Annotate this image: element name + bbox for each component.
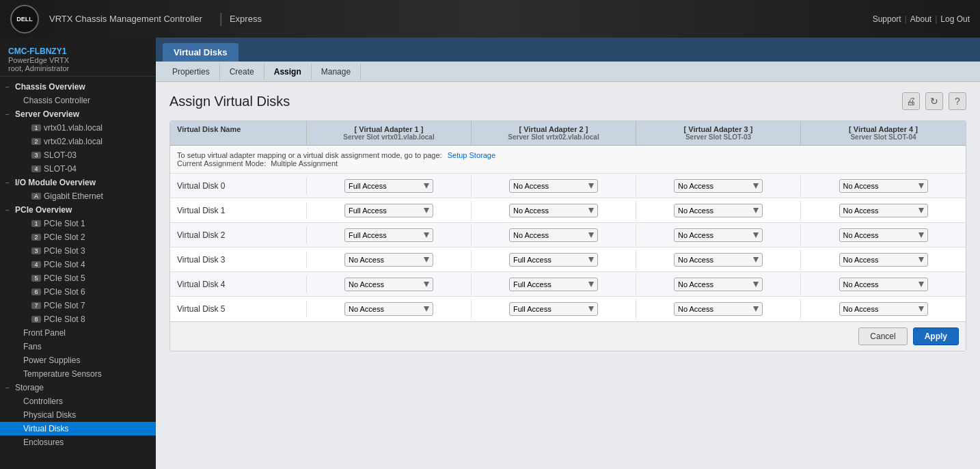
sidebar-item-enclosures[interactable]: Enclosures	[0, 436, 156, 449]
access-select-row1-ad1[interactable]: Full AccessNo AccessRead Only	[509, 204, 598, 217]
adapter-4-cell: Full AccessNo AccessRead Only	[801, 200, 966, 221]
adapter-1-cell: Full AccessNo AccessRead Only	[307, 200, 472, 221]
sidebar-label: Gigabit Ethernet	[44, 191, 103, 201]
access-select-row4-ad0[interactable]: Full AccessNo AccessRead Only	[344, 278, 433, 291]
sidebar-label: Temperature Sensors	[23, 369, 102, 379]
sidebar-item-front-panel[interactable]: Front Panel	[0, 326, 156, 340]
access-select-row1-ad3[interactable]: Full AccessNo AccessRead Only	[839, 204, 928, 217]
sidebar-item-chassis-controller[interactable]: Chassis Controller	[0, 94, 156, 107]
sidebar-item-virtual-disks[interactable]: Virtual Disks	[0, 422, 156, 436]
cancel-button[interactable]: Cancel	[858, 327, 907, 345]
table-row: Virtual Disk 1Full AccessNo AccessRead O…	[170, 198, 966, 223]
access-select-row2-ad2[interactable]: Full AccessNo AccessRead Only	[674, 228, 763, 242]
sidebar-item-controllers[interactable]: Controllers	[0, 394, 156, 408]
refresh-button[interactable]: ↻	[925, 92, 943, 110]
page-header: Assign Virtual Disks 🖨 ↻ ?	[169, 92, 966, 110]
access-select-row5-ad2[interactable]: Full AccessNo AccessRead Only	[674, 302, 763, 316]
access-select-row5-ad0[interactable]: Full AccessNo AccessRead Only	[344, 302, 433, 316]
main-tab[interactable]: Virtual Disks	[163, 43, 239, 62]
access-select-row3-ad2[interactable]: Full AccessNo AccessRead Only	[674, 253, 763, 267]
sidebar-item-server-2[interactable]: 2vrtx02.vlab.local	[0, 135, 156, 148]
sub-tab-properties[interactable]: Properties	[163, 64, 220, 80]
access-select-row0-ad0[interactable]: Full AccessNo AccessRead Only	[344, 179, 433, 193]
access-select-row0-ad3[interactable]: Full AccessNo AccessRead Only	[839, 179, 928, 193]
badge: 4	[31, 165, 41, 172]
badge: 3	[31, 247, 41, 254]
sidebar-item-pcie-slot-8[interactable]: 8PCIe Slot 8	[0, 312, 156, 326]
help-button[interactable]: ?	[949, 92, 966, 110]
table-row: Virtual Disk 0Full AccessNo AccessRead O…	[170, 174, 966, 198]
access-select-row0-ad1[interactable]: Full AccessNo AccessRead Only	[509, 179, 598, 193]
sidebar-item-pcie-slot-3[interactable]: 3PCIe Slot 3	[0, 244, 156, 258]
sidebar-item-pcie-slot-5[interactable]: 5PCIe Slot 5	[0, 271, 156, 285]
sub-tab-manage[interactable]: Manage	[312, 64, 361, 80]
disk-name-cell: Virtual Disk 5	[170, 301, 307, 317]
toggle-icon: −	[5, 83, 12, 91]
sidebar-item-storage[interactable]: −Storage	[0, 381, 156, 394]
table-rows: Virtual Disk 0Full AccessNo AccessRead O…	[170, 174, 966, 321]
sub-tab-assign[interactable]: Assign	[264, 64, 312, 80]
access-select-row4-ad2[interactable]: Full AccessNo AccessRead Only	[674, 278, 763, 291]
sidebar-label: Chassis Controller	[23, 96, 90, 105]
access-select-row5-ad3[interactable]: Full AccessNo AccessRead Only	[839, 302, 928, 316]
sidebar-item-server-4[interactable]: 4SLOT-04	[0, 162, 156, 176]
sidebar-label: PCIe Slot 8	[44, 314, 85, 324]
badge: 1	[31, 124, 41, 131]
access-select-row4-ad1[interactable]: Full AccessNo AccessRead Only	[509, 278, 598, 291]
apply-button[interactable]: Apply	[913, 327, 959, 345]
col-adapter-3: [ Virtual Adapter 3 ] Server Slot SLOT-0…	[636, 121, 801, 145]
access-select-row2-ad0[interactable]: Full AccessNo AccessRead Only	[344, 228, 433, 242]
sub-tab-create[interactable]: Create	[220, 64, 264, 80]
sidebar-item-pcie-slot-1[interactable]: 1PCIe Slot 1	[0, 217, 156, 230]
access-select-row5-ad1[interactable]: Full AccessNo AccessRead Only	[509, 302, 598, 316]
sidebar-item-server-3[interactable]: 3SLOT-03	[0, 148, 156, 162]
adapter-4-cell: Full AccessNo AccessRead Only	[801, 250, 966, 270]
access-select-row0-ad2[interactable]: Full AccessNo AccessRead Only	[674, 179, 763, 193]
access-select-row1-ad2[interactable]: Full AccessNo AccessRead Only	[674, 204, 763, 217]
sidebar-label: PCIe Slot 3	[44, 246, 85, 256]
sidebar-label: Controllers	[23, 397, 63, 406]
sidebar-item-pcie-overview[interactable]: −PCIe Overview	[0, 203, 156, 217]
sidebar-item-pcie-slot-7[interactable]: 7PCIe Slot 7	[0, 299, 156, 312]
print-button[interactable]: 🖨	[902, 92, 920, 110]
access-select-row4-ad3[interactable]: Full AccessNo AccessRead Only	[839, 278, 928, 291]
sidebar-item-server-overview[interactable]: −Server Overview	[0, 107, 156, 121]
sidebar-item-temperature-sensors[interactable]: Temperature Sensors	[0, 367, 156, 381]
header-links: Support | About | Log Out	[873, 14, 970, 24]
sidebar-item-pcie-slot-6[interactable]: 6PCIe Slot 6	[0, 285, 156, 299]
sidebar: CMC-FLBNZY1 PowerEdge VRTX root, Adminis…	[0, 38, 156, 469]
main-layout: CMC-FLBNZY1 PowerEdge VRTX root, Adminis…	[0, 38, 980, 469]
sidebar-item-power-supplies[interactable]: Power Supplies	[0, 353, 156, 367]
sidebar-item-physical-disks[interactable]: Physical Disks	[0, 408, 156, 422]
badge: 2	[31, 234, 41, 241]
sidebar-item-pcie-slot-2[interactable]: 2PCIe Slot 2	[0, 230, 156, 244]
support-link[interactable]: Support	[873, 14, 901, 24]
disk-name: Virtual Disk 0	[177, 181, 225, 191]
sidebar-item-chassis-overview[interactable]: −Chassis Overview	[0, 80, 156, 94]
access-select-row3-ad0[interactable]: Full AccessNo AccessRead Only	[344, 253, 433, 267]
access-select-row3-ad3[interactable]: Full AccessNo AccessRead Only	[839, 253, 928, 267]
sub-tabs: Properties Create Assign Manage	[156, 62, 980, 82]
sidebar-item-server-1[interactable]: 1vrtx01.vlab.local	[0, 121, 156, 135]
adapter-4-cell: Full AccessNo AccessRead Only	[801, 299, 966, 319]
sidebar-items: −Chassis OverviewChassis Controller−Serv…	[0, 80, 156, 449]
adapter-2-cell: Full AccessNo AccessRead Only	[472, 225, 636, 245]
adapter-2-cell: Full AccessNo AccessRead Only	[472, 274, 636, 295]
logout-link[interactable]: Log Out	[940, 14, 970, 24]
sidebar-label: PCIe Slot 4	[44, 260, 85, 269]
sidebar-label: PCIe Slot 6	[44, 287, 85, 297]
sidebar-item-pcie-slot-4[interactable]: 4PCIe Slot 4	[0, 258, 156, 271]
access-select-row3-ad1[interactable]: Full AccessNo AccessRead Only	[509, 253, 598, 267]
adapter-3-cell: Full AccessNo AccessRead Only	[636, 176, 801, 196]
access-select-row1-ad0[interactable]: Full AccessNo AccessRead Only	[344, 204, 433, 217]
sidebar-item-io-module-overview[interactable]: −I/O Module Overview	[0, 176, 156, 189]
access-select-row2-ad3[interactable]: Full AccessNo AccessRead Only	[839, 228, 928, 242]
sidebar-item-fans[interactable]: Fans	[0, 340, 156, 353]
sidebar-item-gigabit-ethernet[interactable]: AGigabit Ethernet	[0, 189, 156, 203]
setup-storage-link[interactable]: Setup Storage	[448, 151, 495, 159]
col-adapter-4: [ Virtual Adapter 4 ] Server Slot SLOT-0…	[801, 121, 966, 145]
adapter-3-cell: Full AccessNo AccessRead Only	[636, 299, 801, 319]
about-link[interactable]: About	[910, 14, 931, 24]
access-select-row2-ad1[interactable]: Full AccessNo AccessRead Only	[509, 228, 598, 242]
disk-name-cell: Virtual Disk 1	[170, 202, 307, 219]
